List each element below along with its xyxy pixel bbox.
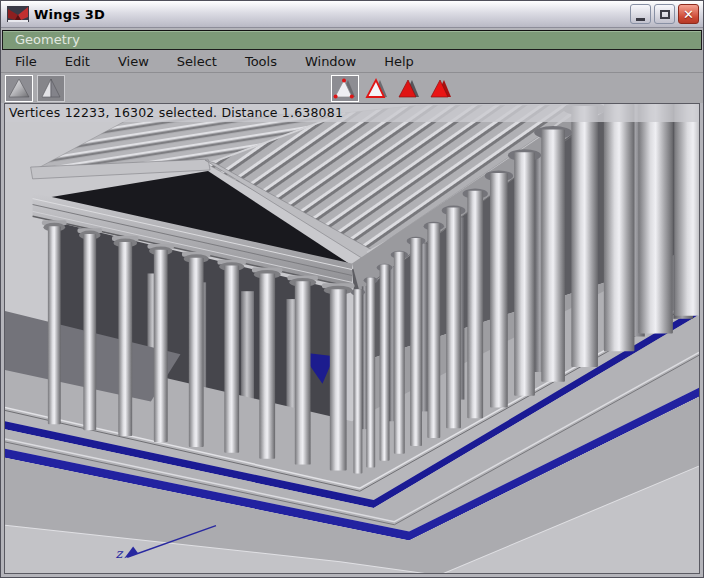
- window-titlebar[interactable]: Wings 3D ✕: [1, 1, 703, 28]
- face-mode-icon: [397, 76, 421, 100]
- menu-select[interactable]: Select: [163, 52, 231, 71]
- smooth-pyramid-icon: [7, 76, 31, 100]
- temple-3d-scene[interactable]: z: [5, 104, 699, 573]
- window-title: Wings 3D: [34, 7, 105, 22]
- geometry-window-header[interactable]: Geometry: [2, 30, 702, 50]
- maximize-button[interactable]: [654, 4, 675, 24]
- smooth-preview-button[interactable]: [5, 75, 33, 102]
- minimize-icon: [636, 18, 645, 21]
- status-info-line: Vertices 12233, 16302 selected. Distance…: [5, 104, 699, 122]
- face-select-mode-button[interactable]: [395, 75, 423, 102]
- flat-preview-button[interactable]: [37, 75, 65, 102]
- menu-bar: File Edit View Select Tools Window Help: [1, 50, 703, 72]
- menu-tools[interactable]: Tools: [231, 52, 291, 71]
- minimize-button[interactable]: [630, 4, 651, 24]
- vertex-select-mode-button[interactable]: [331, 75, 359, 102]
- menu-view[interactable]: View: [104, 52, 163, 71]
- close-button[interactable]: ✕: [678, 4, 699, 24]
- body-mode-icon: [429, 76, 453, 100]
- geometry-window-label: Geometry: [15, 32, 80, 47]
- toolbar: [1, 72, 703, 103]
- edge-select-mode-button[interactable]: [363, 75, 391, 102]
- body-select-mode-button[interactable]: [427, 75, 455, 102]
- status-text: Vertices 12233, 16302 selected. Distance…: [9, 105, 343, 120]
- vertex-mode-icon: [333, 76, 357, 100]
- selection-mode-group: [331, 75, 459, 102]
- menu-window[interactable]: Window: [291, 52, 370, 71]
- close-icon: ✕: [683, 8, 694, 21]
- geometry-viewport[interactable]: z Vertices 12233, 16302 selected. Distan…: [4, 103, 700, 574]
- menu-help[interactable]: Help: [370, 52, 428, 71]
- menu-file[interactable]: File: [1, 52, 51, 71]
- menu-edit[interactable]: Edit: [51, 52, 104, 71]
- logo-base: [8, 20, 28, 22]
- maximize-icon: [660, 10, 670, 19]
- edge-mode-icon: [365, 76, 389, 100]
- flat-pyramid-icon: [39, 76, 63, 100]
- wings3d-window: Wings 3D ✕ Geometry File Edit View Selec…: [0, 0, 704, 578]
- wings3d-logo-icon[interactable]: [7, 6, 29, 23]
